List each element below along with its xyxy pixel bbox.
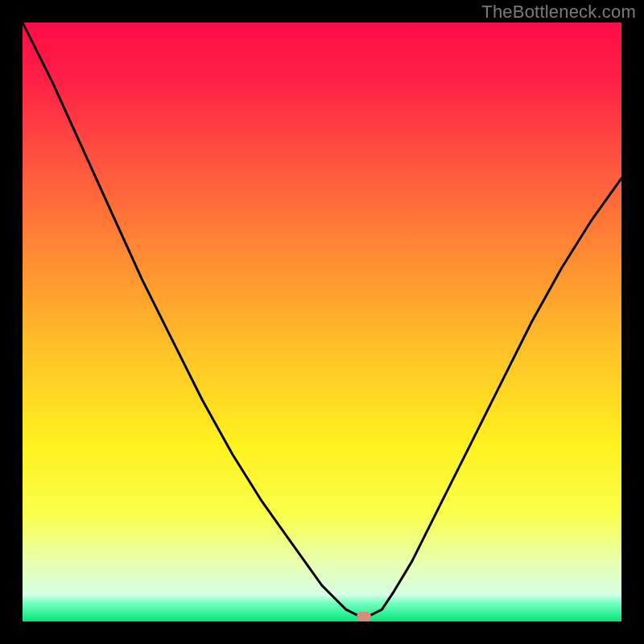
minimum-marker: [357, 612, 371, 621]
plot-area: [23, 23, 621, 621]
watermark-text: TheBottleneck.com: [481, 2, 636, 23]
chart-svg: [23, 23, 621, 621]
chart-container: TheBottleneck.com: [0, 0, 644, 644]
